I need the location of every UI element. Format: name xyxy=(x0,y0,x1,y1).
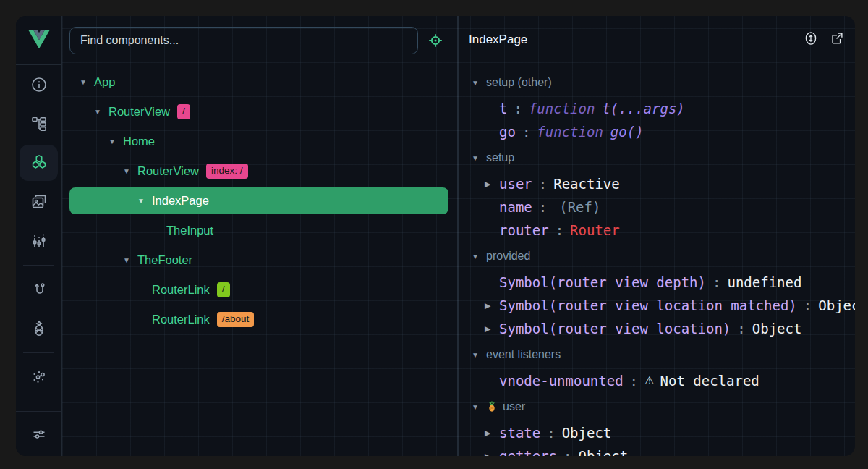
chevron-down-icon[interactable]: ▼ xyxy=(472,403,482,411)
inspect-target-icon[interactable] xyxy=(427,32,444,49)
tree-item-routerview[interactable]: ▼ RouterView / xyxy=(69,97,448,127)
prop-fn-keyword: function xyxy=(529,101,595,117)
section-event-listeners[interactable]: ▼ event listeners xyxy=(459,340,855,369)
route-badge: index: / xyxy=(206,164,248,179)
assets-image-icon[interactable] xyxy=(16,182,61,221)
prop-key: vnode-unmounted xyxy=(499,373,624,389)
chevron-right-icon[interactable]: ▶ xyxy=(485,324,495,334)
prop-colon: : xyxy=(737,321,745,337)
chevron-down-icon[interactable]: ▼ xyxy=(137,197,146,205)
tree-item-label: RouterLink xyxy=(152,283,210,297)
prop-colon: : xyxy=(712,274,720,290)
sidebar-divider xyxy=(23,352,54,353)
prop-row-symbol-depth[interactable]: ▶ Symbol(router view depth) : undefined xyxy=(459,271,855,294)
tree-item-indexpage-selected[interactable]: ▼ IndexPage xyxy=(69,187,448,214)
router-icon[interactable] xyxy=(16,270,61,309)
prop-value: (Ref) xyxy=(559,199,600,215)
vue-devtools-window: ▼ App ▼ RouterView / ▼ Home ▼ RouterView… xyxy=(16,16,855,456)
prop-row-state[interactable]: ▶ state : Object xyxy=(459,421,855,444)
pinia-pineapple-icon[interactable] xyxy=(16,309,61,348)
chevron-down-icon[interactable]: ▼ xyxy=(472,351,482,359)
tree-item-label: RouterView xyxy=(137,164,199,178)
prop-colon: : xyxy=(547,425,555,441)
prop-colon: : xyxy=(539,199,547,215)
tree-item-thefooter[interactable]: ▼ TheFooter xyxy=(69,245,448,275)
prop-row-t[interactable]: ▶ t : function t(...args) xyxy=(459,97,855,120)
inspector-title: IndexPage xyxy=(469,33,527,47)
chevron-down-icon[interactable]: ▼ xyxy=(80,78,88,86)
prop-key: getters xyxy=(499,448,557,456)
tree-item-routerlink-about[interactable]: ▼ RouterLink /about xyxy=(69,305,448,334)
sidebar xyxy=(16,16,62,456)
prop-colon: : xyxy=(804,297,812,313)
prop-key: name xyxy=(499,199,532,215)
tree-item-label: TheFooter xyxy=(137,253,192,267)
prop-key: router xyxy=(499,222,549,238)
prop-row-name[interactable]: ▶ name : (Ref) xyxy=(459,195,855,219)
prop-row-router[interactable]: ▶ router : Router xyxy=(459,219,855,242)
components-hexagons-icon[interactable] xyxy=(16,143,61,182)
info-icon[interactable] xyxy=(16,65,61,104)
section-setup-other[interactable]: ▼ setup (other) xyxy=(459,68,855,97)
chevron-down-icon[interactable]: ▼ xyxy=(472,253,482,261)
prop-value: Object xyxy=(752,321,802,337)
vue-logo[interactable] xyxy=(16,16,61,65)
open-in-editor-icon[interactable] xyxy=(829,30,845,49)
mixer-sliders-icon[interactable] xyxy=(16,221,61,261)
settings-sliders-icon[interactable] xyxy=(16,411,61,456)
prop-value: Router xyxy=(570,222,620,238)
component-tree-icon[interactable] xyxy=(16,104,61,143)
prop-row-vnode-unmounted[interactable]: ▶ vnode-unmounted : ⚠ Not declared xyxy=(459,369,855,392)
prop-key: go xyxy=(499,124,516,140)
chevron-right-icon[interactable]: ▶ xyxy=(485,452,495,456)
section-pinia-user-store[interactable]: ▼ user xyxy=(459,392,855,421)
route-badge: / xyxy=(217,282,230,297)
tree-item-routerlink-root[interactable]: ▼ RouterLink / xyxy=(69,275,448,305)
section-label: setup (other) xyxy=(486,76,552,89)
prop-colon: : xyxy=(514,101,522,117)
tree-item-theinput[interactable]: ▼ TheInput xyxy=(69,216,448,245)
prop-colon: : xyxy=(563,448,571,456)
prop-key: t xyxy=(499,101,507,117)
chevron-down-icon[interactable]: ▼ xyxy=(123,256,132,264)
chevron-down-icon[interactable]: ▼ xyxy=(472,154,482,162)
prop-row-go[interactable]: ▶ go : function go() xyxy=(459,120,855,143)
graph-icon[interactable] xyxy=(16,358,61,397)
warning-icon: ⚠ xyxy=(644,374,654,387)
components-pane: ▼ App ▼ RouterView / ▼ Home ▼ RouterView… xyxy=(62,16,457,456)
tree-item-routerview-index[interactable]: ▼ RouterView index: / xyxy=(69,156,448,186)
prop-value: Object xyxy=(562,425,612,441)
section-label: user xyxy=(503,400,525,413)
tree-item-label: RouterLink xyxy=(152,313,210,326)
section-setup[interactable]: ▼ setup xyxy=(459,143,855,172)
components-toolbar xyxy=(62,16,457,65)
prop-colon: : xyxy=(522,124,530,140)
chevron-down-icon[interactable]: ▼ xyxy=(109,138,117,145)
tree-item-label: RouterView xyxy=(109,105,170,119)
prop-key: user xyxy=(499,176,532,192)
chevron-right-icon[interactable]: ▶ xyxy=(485,301,495,310)
prop-row-getters[interactable]: ▶ getters : Object xyxy=(459,444,855,456)
tree-item-home[interactable]: ▼ Home xyxy=(69,127,448,156)
chevron-right-icon[interactable]: ▶ xyxy=(485,179,495,189)
section-provided[interactable]: ▼ provided xyxy=(459,242,855,271)
prop-fn-keyword: function xyxy=(537,124,603,140)
chevron-down-icon[interactable]: ▼ xyxy=(123,167,132,175)
prop-value: Reactive xyxy=(553,176,620,192)
prop-row-user[interactable]: ▶ user : Reactive xyxy=(459,172,855,195)
chevron-down-icon[interactable]: ▼ xyxy=(94,108,103,116)
prop-value: Object xyxy=(579,448,629,456)
tree-item-label: App xyxy=(94,75,115,89)
tree-item-app[interactable]: ▼ App xyxy=(69,67,448,97)
section-label: provided xyxy=(486,250,530,263)
prop-fn-signature: t(...args) xyxy=(602,101,684,117)
section-label: event listeners xyxy=(486,348,561,361)
prop-row-symbol-location[interactable]: ▶ Symbol(router view location) : Object xyxy=(459,317,855,340)
search-input[interactable] xyxy=(69,27,418,54)
chevron-down-icon[interactable]: ▼ xyxy=(472,79,482,87)
scroll-to-component-icon[interactable] xyxy=(803,30,819,49)
inspector-header: IndexPage xyxy=(459,16,855,64)
chevron-right-icon[interactable]: ▶ xyxy=(485,428,495,438)
tree-item-label: Home xyxy=(123,135,155,148)
prop-row-symbol-matched[interactable]: ▶ Symbol(router view location matched) :… xyxy=(459,294,855,317)
